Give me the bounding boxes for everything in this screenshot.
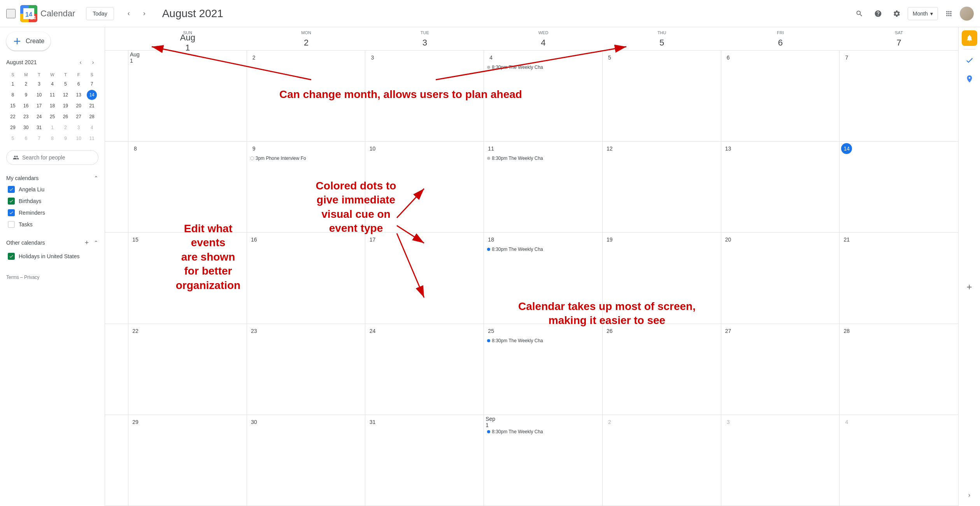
my-calendar-item[interactable]: Tasks [6,219,98,230]
cell-date-number[interactable]: 3 [723,417,734,427]
calendar-cell[interactable]: 15 [128,233,247,323]
calendar-cell[interactable]: 28 [840,324,958,415]
mini-cal-day[interactable]: 8 [8,90,18,100]
calendar-cell[interactable]: 93pm Phone Interview Fo [247,142,366,232]
avatar[interactable] [960,7,974,21]
cell-date-number[interactable]: 18 [486,234,496,245]
calendar-cell[interactable]: 10 [365,142,484,232]
mini-cal-day[interactable]: 10 [34,90,44,100]
add-other-calendar-button[interactable]: + [81,237,92,248]
cell-date-number[interactable]: 7 [841,52,852,63]
cell-date-number[interactable]: 23 [249,326,259,336]
next-month-button[interactable]: › [137,7,151,21]
search-people-input[interactable]: Search for people [6,150,98,165]
calendar-cell[interactable]: 30 [247,415,366,506]
calendar-cell[interactable]: 22 [128,324,247,415]
calendar-event[interactable]: 3pm Phone Interview Fo [249,155,364,162]
calendar-cell[interactable]: Sep 18:30pm The Weekly Cha [484,415,603,506]
calendar-cell[interactable]: 13 [721,142,840,232]
mini-cal-day[interactable]: 21 [87,101,97,111]
calendar-cell[interactable]: 7 [840,51,958,141]
cell-date-number[interactable]: 15 [130,234,141,245]
settings-button[interactable] [889,6,905,21]
calendar-cell[interactable]: 14 [840,142,958,232]
cell-date-number[interactable]: 13 [723,143,734,154]
calendar-cell[interactable]: 21 [840,233,958,323]
mini-cal-day[interactable]: 1 [8,79,18,89]
cell-date-number[interactable]: 21 [841,234,852,245]
cell-date-number[interactable]: 19 [604,234,615,245]
apps-button[interactable] [941,6,957,21]
cell-date-number[interactable]: 2 [249,52,259,63]
cell-date-number[interactable]: 5 [604,52,615,63]
cell-date-number[interactable]: 12 [604,143,615,154]
cell-date-number[interactable]: 16 [249,234,259,245]
calendar-cell[interactable]: 23 [247,324,366,415]
calendar-event[interactable]: 8:30pm The Weekly Cha [486,428,601,435]
view-selector-button[interactable]: Month ▾ [908,7,938,20]
calendar-event[interactable]: 8:30pm The Weekly Cha [486,337,601,344]
calendar-cell[interactable]: 3 [365,51,484,141]
calendar-cell[interactable]: 16 [247,233,366,323]
calendar-event[interactable]: 8:30pm The Weekly Cha [486,155,601,162]
mini-cal-day[interactable]: 6 [74,79,84,89]
mini-cal-day[interactable]: 2 [21,79,31,89]
mini-cal-day[interactable]: 30 [21,123,31,133]
create-button[interactable]: Create [6,32,51,51]
cell-date-number[interactable]: 30 [249,417,259,427]
mini-cal-day[interactable]: 16 [21,101,31,111]
cell-date-number[interactable]: 22 [130,326,141,336]
calendar-cell[interactable]: 5 [603,51,721,141]
calendar-cell[interactable]: Aug 1 [128,51,247,141]
cell-date-number[interactable]: 28 [841,326,852,336]
mini-cal-day[interactable]: 27 [74,112,84,122]
calendar-cell[interactable]: 20 [721,233,840,323]
cell-date-number[interactable]: 4 [486,52,496,63]
mini-cal-day[interactable]: 19 [60,101,70,111]
my-calendars-header[interactable]: My calendars ⌃ [6,173,98,184]
mini-cal-day[interactable]: 4 [87,123,97,133]
calendar-event[interactable]: 8:30pm The Weekly Cha [486,246,601,253]
calendar-event[interactable]: 8:30pm The Weekly Cha [486,64,601,71]
my-calendar-item[interactable]: Birthdays [6,195,98,207]
mini-cal-day[interactable]: 26 [60,112,70,122]
cell-date-number[interactable]: 4 [841,417,852,427]
search-button[interactable] [852,6,867,21]
mini-cal-day[interactable]: 15 [8,101,18,111]
mini-cal-day[interactable]: 23 [21,112,31,122]
mini-cal-day[interactable]: 6 [21,133,31,144]
my-calendar-item[interactable]: Reminders [6,207,98,219]
calendar-cell[interactable]: 2 [247,51,366,141]
mini-cal-day[interactable]: 10 [74,133,84,144]
mini-cal-day[interactable]: 3 [74,123,84,133]
cell-date-number[interactable]: Aug 1 [130,52,141,63]
my-calendar-item[interactable]: Angela Liu [6,184,98,195]
calendar-cell[interactable]: 26 [603,324,721,415]
cell-date-number[interactable]: 9 [249,143,259,154]
other-calendar-item[interactable]: Holidays in United States [6,250,98,262]
mini-cal-prev[interactable]: ‹ [75,57,86,68]
calendar-cell[interactable]: 258:30pm The Weekly Cha [484,324,603,415]
cell-date-number[interactable]: 11 [486,143,496,154]
mini-cal-day[interactable]: 7 [87,79,97,89]
calendar-cell[interactable]: 3 [721,415,840,506]
calendar-cell[interactable]: 27 [721,324,840,415]
calendar-cell[interactable]: 188:30pm The Weekly Cha [484,233,603,323]
cell-date-number[interactable]: 27 [723,326,734,336]
cell-date-number[interactable]: 2 [604,417,615,427]
rs-maps-icon[interactable] [962,71,977,87]
privacy-link[interactable]: Privacy [24,275,39,280]
rs-check-icon[interactable] [962,53,977,68]
mini-cal-day[interactable]: 3 [34,79,44,89]
cell-date-number[interactable]: 29 [130,417,141,427]
calendar-cell[interactable]: 19 [603,233,721,323]
calendar-cell[interactable]: 29 [128,415,247,506]
cell-date-number[interactable]: 10 [367,143,378,154]
mini-cal-day[interactable]: 14 [87,90,97,100]
mini-cal-day[interactable]: 7 [34,133,44,144]
cell-date-number[interactable]: 17 [367,234,378,245]
calendar-cell[interactable]: 6 [721,51,840,141]
cell-date-number[interactable]: 31 [367,417,378,427]
mini-cal-day[interactable]: 22 [8,112,18,122]
mini-cal-day[interactable]: 18 [47,101,57,111]
